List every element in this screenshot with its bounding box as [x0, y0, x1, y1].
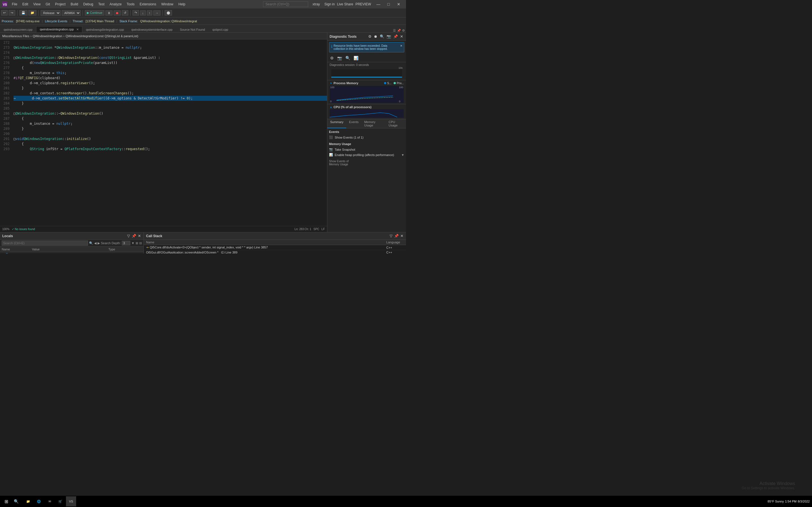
- tab-qwindowsintegration[interactable]: qwindowsintegration.cpp ✕: [36, 26, 82, 33]
- menu-help[interactable]: Help: [176, 2, 188, 7]
- alert-close-button[interactable]: ✕: [400, 44, 402, 50]
- expand-arrow-this[interactable]: ▶: [2, 253, 4, 253]
- restart-button[interactable]: ↺: [122, 10, 128, 15]
- live-share-button[interactable]: Live Share: [337, 2, 353, 6]
- table-row[interactable]: Qt5Gui.dll!QGuiApplication::screenAdded(…: [144, 250, 406, 254]
- menu-git[interactable]: Git: [43, 2, 52, 7]
- diag-tab-summary[interactable]: Summary: [327, 119, 346, 128]
- code-line-278: m_instance = this;: [13, 70, 327, 75]
- table-row[interactable]: ▶🔵this 0x0000001dc028841c0 {d={d=0x00000…: [0, 252, 144, 254]
- preview-button[interactable]: PREVIEW: [356, 2, 371, 6]
- callstack-pin-icon[interactable]: 📌: [394, 233, 399, 238]
- tab-qwindowsgdi[interactable]: qwindowsgdiintegration.cpp: [82, 26, 128, 33]
- expand-all-icon[interactable]: ⊞: [136, 241, 138, 245]
- diag-tb-snap-icon[interactable]: 📷: [336, 55, 343, 61]
- diag-alert: ℹ Resource limits have been exceeded. Da…: [329, 42, 404, 52]
- bottom-panels: Locals ▽ 📌 ✕ 🔍 ◀ ▶ Search Depth: ▼ ⊞ ⊟ N…: [0, 232, 406, 253]
- code-editor[interactable]: 272 273 274 275 276 277 278 279 280 281 …: [0, 40, 327, 226]
- locals-close-icon[interactable]: ✕: [138, 233, 141, 238]
- diag-tabs: Summary Events Memory Usage CPU Usage: [327, 119, 406, 128]
- code-line-275: □QWindowsIntegration::QWindowsIntegratio…: [13, 55, 327, 60]
- callstack-close-icon[interactable]: ✕: [400, 233, 404, 238]
- search-next-icon[interactable]: ▶: [98, 241, 100, 245]
- breakpoint-button[interactable]: ⬤: [165, 10, 172, 15]
- diag-close-icon[interactable]: ✕: [400, 34, 404, 39]
- arch-dropdown[interactable]: ARM64: [62, 10, 81, 16]
- diag-tb-settings-icon[interactable]: ⚙: [329, 55, 335, 61]
- menu-window[interactable]: Window: [159, 2, 175, 7]
- diag-toolbar: ⚙ 📷 🔍 📊: [327, 54, 406, 62]
- menu-analyze[interactable]: Analyze: [107, 2, 124, 7]
- menu-file[interactable]: File: [10, 2, 19, 7]
- diag-settings-icon[interactable]: ⚙: [368, 34, 372, 39]
- menu-debug[interactable]: Debug: [81, 2, 95, 7]
- encoding-indicator: SPC: [313, 228, 319, 231]
- take-snapshot-item[interactable]: 📷 Take Snapshot: [329, 147, 404, 152]
- title-search-input[interactable]: [263, 1, 308, 7]
- enable-heap-profiling-item[interactable]: 📊 Enable heap profiling (affects perform…: [329, 152, 404, 158]
- pm-dot-priv: [394, 82, 396, 84]
- menu-edit[interactable]: Edit: [20, 2, 31, 7]
- diag-record-icon[interactable]: ⏺: [373, 34, 378, 39]
- tab-settings-icon[interactable]: ⚙: [402, 29, 405, 33]
- diag-tb-search-icon[interactable]: 🔍: [344, 55, 351, 61]
- tab-source-not-found[interactable]: Source Not Found: [176, 26, 209, 33]
- depth-dropdown-icon[interactable]: ▼: [132, 241, 135, 245]
- close-button[interactable]: ✕: [394, 0, 404, 8]
- code-line-283: ⇒ d->m_context.setDetectAltGrModifier((d…: [13, 96, 327, 101]
- config-dropdown[interactable]: Release: [41, 10, 61, 16]
- sign-in-button[interactable]: Sign in: [324, 2, 335, 6]
- diag-search-icon[interactable]: 🔍: [379, 34, 385, 39]
- locals-collapse-icon[interactable]: ▽: [127, 233, 130, 238]
- diag-tab-memory-usage[interactable]: Memory Usage: [361, 119, 386, 128]
- step-into-button[interactable]: ↓: [140, 10, 146, 15]
- undo-button[interactable]: ↩: [1, 10, 8, 15]
- cs-lang-0: C++: [384, 245, 406, 250]
- code-content[interactable]: QWindowsIntegration *QWindowsIntegration…: [11, 40, 327, 226]
- locals-title: Locals: [2, 234, 126, 238]
- save-button[interactable]: 💾: [19, 10, 28, 15]
- show-events-item[interactable]: ⬛ Show Events (1 of 1): [329, 135, 404, 140]
- diag-camera-icon[interactable]: 📷: [386, 34, 392, 39]
- tab-qobject[interactable]: qobject.cpp: [209, 26, 232, 33]
- callstack-collapse-icon[interactable]: ▽: [389, 233, 393, 238]
- pm-collapse-icon[interactable]: ▼: [329, 82, 333, 85]
- diag-tab-events[interactable]: Events: [346, 119, 361, 128]
- run-to-click-button[interactable]: →: [153, 10, 160, 15]
- diag-tb-report-icon[interactable]: 📊: [352, 55, 359, 61]
- table-row[interactable]: ⇒Qt5Core.dll!doActivate<0>(QObject * sen…: [144, 245, 406, 250]
- maximize-button[interactable]: □: [384, 0, 394, 8]
- locals-pin-icon[interactable]: 📌: [132, 233, 137, 238]
- step-over-button[interactable]: ↷: [133, 10, 139, 15]
- menu-tools[interactable]: Tools: [124, 2, 137, 7]
- menu-view[interactable]: View: [31, 2, 43, 7]
- step-out-button[interactable]: ↑: [147, 10, 153, 15]
- diag-pin-icon[interactable]: 📌: [393, 34, 398, 39]
- search-depth-label: Search Depth:: [101, 241, 121, 245]
- tab-list-icon[interactable]: ☰: [393, 29, 396, 33]
- open-button[interactable]: 📁: [29, 10, 36, 15]
- redo-button[interactable]: ↪: [9, 10, 15, 15]
- tab-qwindowssystem[interactable]: qwindowssysteminterface.cpp: [128, 26, 176, 33]
- pause-button[interactable]: ⏸: [105, 10, 112, 15]
- diag-tab-cpu-usage[interactable]: CPU Usage: [386, 119, 406, 128]
- continue-button[interactable]: ▶ Continue: [85, 10, 104, 15]
- tab-pin-icon[interactable]: 📌: [397, 29, 401, 33]
- menu-test[interactable]: Test: [96, 2, 107, 7]
- cs-lang-1: C++: [384, 250, 406, 254]
- tab-close-icon[interactable]: ✕: [77, 28, 79, 31]
- cs-frame-1: Qt5Gui.dll!QGuiApplication::screenAdded(…: [146, 251, 238, 253]
- menu-project[interactable]: Project: [53, 2, 68, 7]
- menu-extensions[interactable]: Extensions: [137, 2, 158, 7]
- locals-search-input[interactable]: [2, 240, 88, 245]
- stop-button[interactable]: ⏹: [114, 10, 121, 15]
- tab-qwindowsscreen[interactable]: qwindowsscreen.cpp: [0, 26, 36, 33]
- collapse-all-icon[interactable]: ⊟: [139, 241, 142, 245]
- menu-build[interactable]: Build: [68, 2, 81, 7]
- minimize-button[interactable]: —: [373, 0, 384, 8]
- cpu-collapse-icon[interactable]: ▼: [329, 106, 333, 109]
- search-depth-input[interactable]: [122, 241, 130, 245]
- editor-tab-bar: qwindowsscreen.cpp qwindowsintegration.c…: [0, 25, 406, 33]
- search-prev-icon[interactable]: ◀: [94, 241, 96, 245]
- code-line-272: [13, 40, 327, 45]
